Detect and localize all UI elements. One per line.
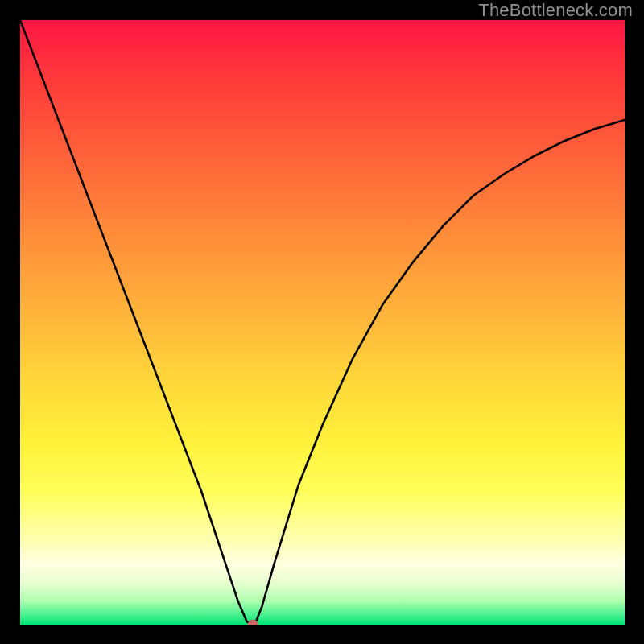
watermark-text: TheBottleneck.com <box>478 0 633 21</box>
chart-curve-layer <box>20 20 625 625</box>
bottleneck-curve <box>20 20 625 625</box>
